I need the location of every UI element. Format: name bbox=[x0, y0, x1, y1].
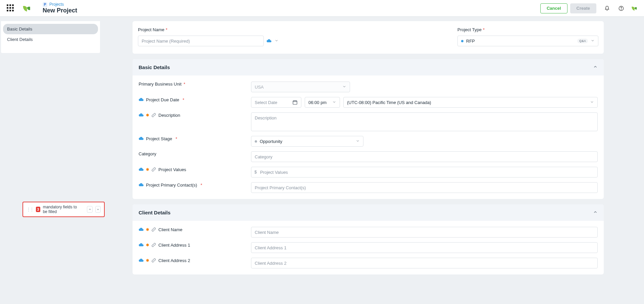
timezone-select[interactable]: (UTC-08:00) Pacific Time (US and Canada) bbox=[343, 97, 598, 108]
primary-bu-value: USA bbox=[255, 85, 264, 90]
mandatory-prev-button[interactable] bbox=[87, 206, 92, 213]
cancel-button[interactable]: Cancel bbox=[540, 3, 567, 13]
link-icon bbox=[151, 167, 156, 172]
help-icon[interactable] bbox=[618, 5, 625, 12]
hubspot-icon: ✱ bbox=[146, 167, 149, 172]
chevron-down-icon[interactable] bbox=[275, 39, 279, 44]
collapse-icon[interactable] bbox=[593, 210, 598, 215]
collapse-icon[interactable] bbox=[593, 64, 598, 70]
project-due-date-label: Project Due Date* bbox=[139, 97, 251, 102]
project-stage-value: Opportunity bbox=[260, 139, 282, 144]
primary-bu-label: Primary Business Unit* bbox=[139, 82, 251, 87]
mandatory-fields-widget: ⋮⋮ 3 mandatory fields to be filled bbox=[22, 202, 105, 217]
link-icon bbox=[151, 242, 156, 248]
section-title: Client Details bbox=[139, 210, 170, 215]
due-date-input[interactable]: Select Date bbox=[251, 97, 301, 108]
project-stage-select[interactable]: Opportunity bbox=[251, 136, 363, 147]
projects-icon: P bbox=[43, 2, 47, 7]
app-mini-logo-icon[interactable] bbox=[631, 5, 637, 12]
cloud-icon bbox=[139, 136, 144, 141]
cloud-icon bbox=[139, 97, 144, 102]
chevron-down-icon bbox=[342, 85, 346, 90]
app-logo-icon[interactable] bbox=[21, 4, 31, 13]
status-dot-icon bbox=[255, 140, 257, 143]
link-icon bbox=[151, 112, 156, 118]
calendar-icon bbox=[292, 100, 298, 105]
client-details-header[interactable]: Client Details bbox=[133, 204, 604, 221]
project-header-card: Project Name* Project Type* RFP bbox=[133, 21, 604, 54]
hubspot-icon: ✱ bbox=[146, 227, 149, 232]
app-header: P Projects New Project Cancel Create bbox=[0, 0, 644, 17]
section-nav: Basic Details Client Details bbox=[1, 21, 100, 53]
basic-details-section: Basic Details Primary Business Unit* USA bbox=[133, 59, 604, 199]
required-asterisk: * bbox=[183, 97, 184, 102]
qa-badge: Q&A bbox=[577, 39, 588, 43]
project-values-input[interactable] bbox=[251, 167, 598, 178]
breadcrumb-label: Projects bbox=[49, 2, 64, 7]
apps-grid-icon[interactable] bbox=[7, 4, 15, 12]
project-values-label: ✱ Project Values bbox=[139, 167, 251, 172]
nav-basic-details[interactable]: Basic Details bbox=[3, 24, 98, 34]
cloud-icon[interactable] bbox=[266, 38, 272, 44]
chevron-down-icon bbox=[590, 100, 594, 105]
link-icon bbox=[151, 258, 156, 263]
project-primary-contacts-input[interactable] bbox=[251, 182, 598, 193]
breadcrumb-projects-link[interactable]: P Projects bbox=[43, 2, 77, 7]
cloud-icon bbox=[139, 182, 144, 188]
description-textarea[interactable] bbox=[251, 112, 598, 131]
hubspot-icon: ✱ bbox=[146, 258, 149, 263]
cloud-icon bbox=[139, 258, 144, 263]
client-name-label: ✱ Client Name bbox=[139, 227, 251, 232]
required-asterisk: * bbox=[483, 27, 485, 32]
cloud-icon bbox=[139, 227, 144, 232]
mandatory-count-badge: 3 bbox=[36, 207, 40, 212]
mandatory-next-button[interactable] bbox=[95, 206, 101, 213]
due-date-placeholder: Select Date bbox=[255, 100, 277, 105]
section-title: Basic Details bbox=[139, 64, 170, 70]
hubspot-icon: ✱ bbox=[146, 243, 149, 247]
svg-rect-2 bbox=[293, 101, 297, 104]
required-asterisk: * bbox=[184, 82, 185, 87]
client-address-2-input[interactable] bbox=[251, 258, 598, 268]
link-icon bbox=[151, 227, 156, 232]
project-primary-contacts-label: Project Primary Contact(s)* bbox=[139, 182, 251, 188]
description-label: ✱ Description bbox=[139, 112, 251, 118]
client-address-1-input[interactable] bbox=[251, 242, 598, 253]
category-input[interactable] bbox=[251, 151, 598, 162]
chevron-down-icon bbox=[591, 39, 595, 44]
status-dot-icon bbox=[461, 40, 463, 42]
dollar-icon: $ bbox=[254, 169, 257, 174]
due-time-value: 06:00 pm bbox=[308, 100, 327, 105]
chevron-down-icon bbox=[332, 100, 336, 105]
page-title: New Project bbox=[43, 7, 77, 14]
required-asterisk: * bbox=[176, 136, 177, 141]
project-type-value: RFP bbox=[466, 39, 475, 44]
required-asterisk: * bbox=[200, 183, 202, 188]
project-stage-label: Project Stage* bbox=[139, 136, 251, 141]
client-address-1-label: ✱ Client Address 1 bbox=[139, 242, 251, 248]
mandatory-text: mandatory fields to be filled bbox=[43, 205, 82, 214]
project-name-input[interactable] bbox=[138, 36, 264, 46]
project-name-label: Project Name* bbox=[138, 27, 373, 32]
create-button: Create bbox=[570, 3, 596, 13]
hubspot-icon: ✱ bbox=[146, 113, 149, 117]
client-address-2-label: ✱ Client Address 2 bbox=[139, 258, 251, 263]
project-type-label: Project Type* bbox=[457, 27, 598, 32]
cloud-icon bbox=[139, 242, 144, 248]
cloud-icon bbox=[139, 167, 144, 172]
notifications-icon[interactable] bbox=[604, 5, 610, 12]
svg-point-1 bbox=[621, 9, 621, 9]
nav-client-details[interactable]: Client Details bbox=[3, 34, 98, 45]
basic-details-header[interactable]: Basic Details bbox=[133, 59, 604, 75]
category-label: Category bbox=[139, 151, 251, 156]
drag-handle-icon[interactable]: ⋮⋮ bbox=[27, 207, 33, 212]
required-asterisk: * bbox=[166, 27, 167, 32]
primary-bu-select[interactable]: USA bbox=[251, 82, 350, 92]
cloud-icon bbox=[139, 112, 144, 118]
chevron-down-icon bbox=[356, 139, 360, 144]
client-name-input[interactable] bbox=[251, 227, 598, 238]
due-time-select[interactable]: 06:00 pm bbox=[305, 97, 340, 108]
timezone-value: (UTC-08:00) Pacific Time (US and Canada) bbox=[347, 100, 431, 105]
project-type-select[interactable]: RFP Q&A bbox=[457, 36, 598, 46]
main-content: Project Name* Project Type* RFP bbox=[133, 21, 604, 304]
